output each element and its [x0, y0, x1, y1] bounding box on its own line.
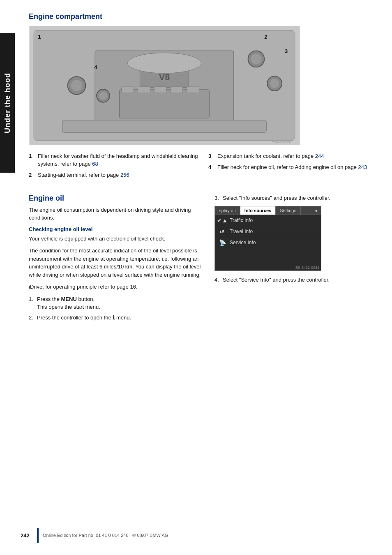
col-left: Engine oil The engine oil consumption is…: [29, 194, 202, 324]
page-link-68[interactable]: 68: [92, 161, 98, 167]
sidebar-label-text: Under the hood: [3, 73, 12, 133]
step-3: 3. Select "Info sources" and press the c…: [214, 194, 380, 202]
col-right: 3. Select "Info sources" and press the c…: [214, 194, 380, 324]
step-num-4: 4.: [214, 276, 220, 284]
sidebar-label: Under the hood: [0, 33, 15, 173]
item-num-1: 1: [29, 153, 35, 168]
svg-text:2: 2: [264, 34, 267, 40]
svg-point-9: [251, 54, 262, 65]
step-num-3: 3.: [214, 194, 220, 202]
parts-col-left: 1 Filler neck for washer fluid of the he…: [29, 153, 200, 183]
travel-label: Travel Info: [230, 229, 253, 234]
traffic-icon: ✔▲: [218, 217, 226, 224]
item-text-4: Filler neck for engine oil, refer to Add…: [217, 164, 367, 171]
svg-point-7: [71, 80, 83, 91]
engine-compartment-title: Engine compartment: [29, 12, 380, 21]
step-3-text: Select "Info sources" and press the cont…: [223, 194, 330, 202]
parts-col-right: 3 Expansion tank for coolant, refer to p…: [208, 153, 380, 183]
svg-rect-14: [120, 90, 209, 118]
page-link-244[interactable]: 244: [315, 153, 324, 159]
idrive-menu-travel[interactable]: i✗ Travel Info: [215, 226, 321, 237]
footer-text: Online Edition for Part no. 01 41 0 014 …: [43, 533, 168, 538]
parts-item-1: 1 Filler neck for washer fluid of the he…: [29, 153, 200, 168]
svg-rect-17: [154, 87, 166, 93]
step-1-text: Press the MENU button.This opens the sta…: [37, 295, 100, 311]
item-num-3: 3: [208, 153, 214, 160]
idrive-tab-splayoff[interactable]: splay off: [215, 206, 240, 215]
svg-point-13: [99, 92, 107, 100]
travel-icon: i✗: [218, 228, 226, 235]
page-footer: 242 Online Edition for Part no. 01 41 0 …: [21, 528, 380, 543]
idrive-tab-infosources[interactable]: Info sources: [240, 206, 276, 215]
idrive-image-label: ES-3432-0084: [215, 265, 321, 271]
idrive-tab-dot: ●: [311, 206, 321, 215]
page-number: 242: [21, 532, 37, 539]
service-label: Service Info: [230, 240, 256, 245]
parts-item-2: 2 Starting-aid terminal, refer to page 2…: [29, 171, 200, 179]
parts-item-4: 4 Filler neck for engine oil, refer to A…: [208, 164, 380, 171]
idrive-tabs: splay off Info sources Settings ●: [215, 206, 321, 215]
page-link-243[interactable]: 243: [358, 164, 367, 170]
svg-rect-16: [138, 87, 150, 93]
svg-point-5: [128, 53, 201, 74]
svg-text:1: 1: [38, 34, 41, 40]
item-num-4: 4: [208, 164, 214, 171]
step-4-text: Select "Service Info" and press the cont…: [223, 276, 330, 284]
item-text-3: Expansion tank for coolant, refer to pag…: [217, 153, 324, 160]
main-content: Engine compartment V8: [21, 0, 392, 336]
step-num-2: 2.: [29, 314, 35, 322]
service-icon: 📡: [218, 239, 226, 246]
svg-rect-15: [122, 87, 134, 93]
menu-bold: MENU: [61, 296, 77, 302]
idrive-display: splay off Info sources Settings ● ✔▲ Tra…: [214, 206, 321, 271]
checking-oil-level-heading: Checking engine oil level: [29, 226, 202, 232]
svg-text:www.xxx.xxx: www.xxx.xxx: [272, 140, 291, 143]
step-num-1: 1.: [29, 295, 35, 311]
svg-rect-19: [187, 87, 199, 93]
svg-rect-20: [62, 120, 267, 132]
idrive-menu-service[interactable]: 📡 Service Info: [215, 237, 321, 248]
idrive-menu-traffic[interactable]: ✔▲ Traffic Info: [215, 215, 321, 226]
svg-point-11: [270, 79, 279, 88]
traffic-label: Traffic Info: [230, 217, 253, 223]
svg-text:V8: V8: [159, 72, 170, 82]
step-2-text: Press the controller to open the ℹ menu.: [37, 314, 131, 322]
para-condition: The condition for the most accurate indi…: [29, 247, 202, 279]
item-num-2: 2: [29, 171, 35, 179]
idrive-page-link[interactable]: 16: [130, 284, 136, 290]
item-text-2: Starting-aid terminal, refer to page 256: [38, 171, 129, 179]
parts-item-3: 3 Expansion tank for coolant, refer to p…: [208, 153, 380, 160]
para-electronic-check: Your vehicle is equipped with an electro…: [29, 235, 202, 243]
i-bold: ℹ: [113, 314, 115, 321]
page-link-256[interactable]: 256: [120, 172, 129, 178]
engine-compartment-image: V8 1 2: [29, 26, 300, 145]
idrive-tab-settings[interactable]: Settings: [276, 206, 301, 215]
svg-text:3: 3: [285, 48, 288, 54]
svg-text:4: 4: [94, 64, 97, 70]
step-1: 1. Press the MENU button.This opens the …: [29, 295, 202, 311]
engine-oil-title: Engine oil: [29, 194, 202, 203]
svg-rect-18: [171, 87, 183, 93]
footer-bar: [37, 528, 39, 543]
engine-oil-section: Engine oil The engine oil consumption is…: [29, 194, 380, 324]
engine-oil-intro: The engine oil consumption is dependent …: [29, 206, 202, 222]
step-2: 2. Press the controller to open the ℹ me…: [29, 314, 202, 322]
idrive-ref-text: iDrive, for operating principle refer to…: [29, 283, 202, 291]
item-text-1: Filler neck for washer fluid of the head…: [38, 153, 200, 168]
parts-list: 1 Filler neck for washer fluid of the he…: [29, 153, 380, 183]
step-4: 4. Select "Service Info" and press the c…: [214, 276, 380, 284]
